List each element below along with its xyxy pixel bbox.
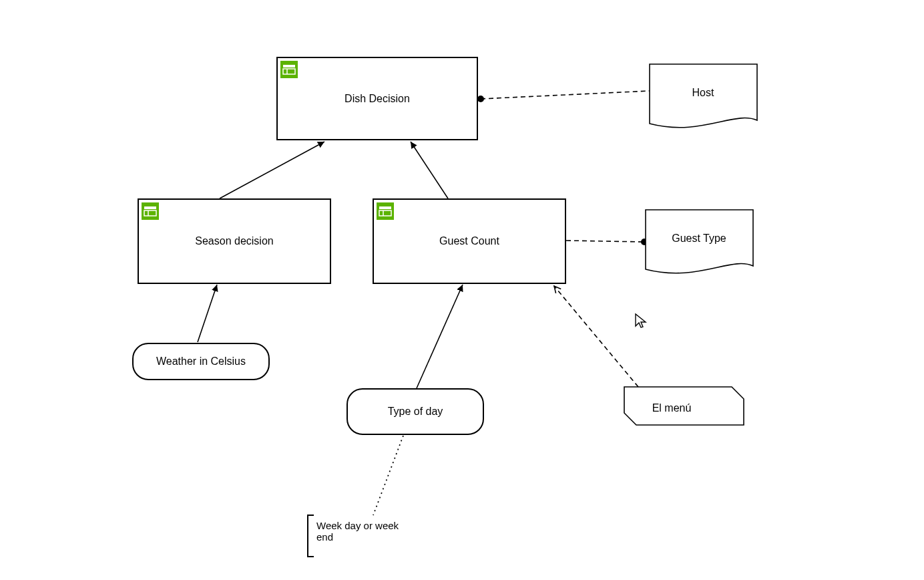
season-decision-label: Season decision xyxy=(195,235,273,247)
edge-weather-to-season xyxy=(198,285,217,342)
table-icon xyxy=(142,202,159,220)
edge-guestcount-to-dish xyxy=(411,142,448,198)
edge-guestcount-to-guesttype xyxy=(566,239,648,245)
svg-line-2 xyxy=(566,241,644,242)
node-weather[interactable]: Weather in Celsius xyxy=(132,343,270,380)
annotation-line1: Week day or week xyxy=(316,520,437,531)
svg-rect-13 xyxy=(379,206,391,209)
guest-count-label: Guest Count xyxy=(439,235,499,247)
svg-rect-5 xyxy=(283,65,295,67)
dish-decision-label: Dish Decision xyxy=(344,93,410,105)
guesttype-label: Guest Type xyxy=(672,233,726,244)
edge-dish-to-host xyxy=(477,91,650,102)
edge-season-to-dish xyxy=(220,142,324,198)
table-icon xyxy=(377,202,394,220)
annotation-bracket xyxy=(307,515,314,557)
svg-line-0 xyxy=(481,91,650,99)
node-elmenu-shape[interactable] xyxy=(624,387,744,425)
edge-typeofday-to-guestcount xyxy=(417,285,463,388)
node-guesttype-shape[interactable] xyxy=(646,210,753,273)
edge-typeofday-annotation xyxy=(373,436,403,515)
node-dish-decision[interactable]: Dish Decision xyxy=(276,57,478,140)
weather-label: Weather in Celsius xyxy=(156,355,246,368)
edge-elmenu-to-guestcount xyxy=(554,286,638,387)
svg-point-3 xyxy=(641,239,648,245)
host-label: Host xyxy=(692,87,714,98)
annotation-type-of-day: Week day or week end xyxy=(316,520,437,543)
table-icon xyxy=(280,61,298,78)
annotation-line2: end xyxy=(316,531,437,543)
node-host-shape[interactable] xyxy=(650,64,757,128)
diagram-canvas: Host Guest Type El menú Dish Decision Se… xyxy=(0,0,924,580)
svg-point-1 xyxy=(477,96,484,102)
svg-rect-9 xyxy=(144,206,156,209)
cursor-icon xyxy=(634,313,648,331)
elmenu-label: El menú xyxy=(652,402,692,414)
node-type-of-day[interactable]: Type of day xyxy=(346,388,484,435)
type-of-day-label: Type of day xyxy=(388,406,443,418)
node-guest-count[interactable]: Guest Count xyxy=(373,198,566,284)
node-season-decision[interactable]: Season decision xyxy=(138,198,331,284)
